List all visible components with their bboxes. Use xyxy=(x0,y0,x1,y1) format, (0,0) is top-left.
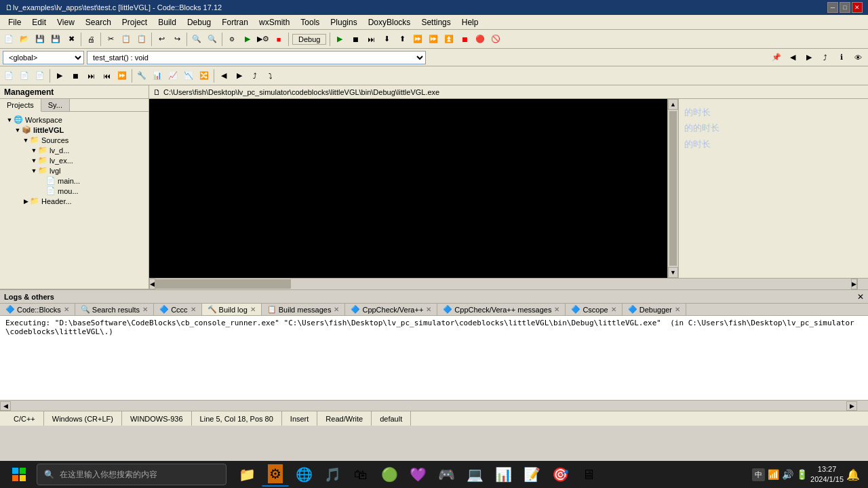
right-scroll[interactable]: ▲ ▼ xyxy=(667,99,678,278)
log-scroll-left[interactable]: ◀ xyxy=(0,401,11,411)
tb2-btn17[interactable]: ⤵ xyxy=(263,68,278,83)
h-scroll-thumb[interactable] xyxy=(155,279,291,289)
log-scroll-right[interactable]: ▶ xyxy=(846,401,857,411)
build-btn[interactable]: ⚙ xyxy=(224,32,239,47)
taskbar-app-explorer[interactable]: 📁 xyxy=(233,462,260,487)
tree-folder-sources[interactable]: ▼ 📁 Sources xyxy=(0,135,149,145)
tb2-btn10[interactable]: 📊 xyxy=(150,68,165,83)
scroll-right-arrow[interactable]: ▶ xyxy=(851,279,857,289)
lvgl-expander[interactable]: ▼ xyxy=(30,167,38,175)
menu-tools[interactable]: Tools xyxy=(295,16,325,28)
undo-btn[interactable]: ↩ xyxy=(154,32,169,47)
minimize-button[interactable]: ─ xyxy=(827,2,838,13)
menu-view[interactable]: View xyxy=(52,16,80,28)
tab-build-messages[interactable]: 📋 Build messages ✕ xyxy=(262,304,346,315)
tab-cppcheck-msgs[interactable]: 🔷 CppCheck/Vera++ messages ✕ xyxy=(437,304,566,315)
build-log-tab-close[interactable]: ✕ xyxy=(250,306,256,313)
tab-cscope[interactable]: 🔷 Cscope ✕ xyxy=(566,304,622,315)
taskbar-app-extra1[interactable]: 🎯 xyxy=(547,462,574,487)
cppcheck-tab-close[interactable]: ✕ xyxy=(426,306,431,313)
taskbar-search[interactable]: 🔍 在这里输入你想搜索的内容 xyxy=(37,464,226,485)
tb2-btn14[interactable]: ◀ xyxy=(216,68,231,83)
taskbar-app-terminal[interactable]: 💻 xyxy=(461,462,488,487)
menu-settings[interactable]: Settings xyxy=(416,16,456,28)
toggle-bp-btn[interactable]: 🔴 xyxy=(473,32,488,47)
taskbar-app-word[interactable]: 📝 xyxy=(518,462,545,487)
menu-plugins[interactable]: Plugins xyxy=(325,16,362,28)
step-ins-btn[interactable]: ⏫ xyxy=(441,32,456,47)
tb2-btn12[interactable]: 📉 xyxy=(181,68,196,83)
scroll-down-arrow[interactable]: ▼ xyxy=(668,267,678,278)
function-dropdown[interactable]: test_start() : void xyxy=(87,51,426,64)
tree-folder-headers[interactable]: ▶ 📁 Header... xyxy=(0,196,149,206)
next-line-btn[interactable]: ⏭ xyxy=(363,32,378,47)
tb2-btn5[interactable]: ⏹ xyxy=(68,68,83,83)
taskbar-app-store[interactable]: 🛍 xyxy=(347,462,374,487)
taskbar-app-vs[interactable]: 💜 xyxy=(404,462,431,487)
find-btn[interactable]: 🔍 xyxy=(189,32,204,47)
menu-wxsmith[interactable]: wxSmith xyxy=(254,16,295,28)
taskbar-app-game[interactable]: 🎮 xyxy=(433,462,460,487)
copy-btn[interactable]: 📋 xyxy=(119,32,134,47)
littlevgl-expander[interactable]: ▼ xyxy=(14,126,22,134)
save-all-btn[interactable]: 💾 xyxy=(48,32,63,47)
paste-btn[interactable]: 📋 xyxy=(134,32,149,47)
redo-btn[interactable]: ↪ xyxy=(170,32,184,47)
tab-codeblocks[interactable]: 🔷 Code::Blocks ✕ xyxy=(0,304,75,315)
scope-dropdown[interactable]: <global> xyxy=(3,51,84,64)
close-btn[interactable]: ✖ xyxy=(64,32,79,47)
next-ins-btn[interactable]: ⏩ xyxy=(426,32,441,47)
tb2-btn13[interactable]: 🔀 xyxy=(197,68,212,83)
print-btn[interactable]: 🖨 xyxy=(83,32,98,47)
headers-expander[interactable]: ▶ xyxy=(22,197,30,205)
cut-btn[interactable]: ✂ xyxy=(103,32,118,47)
workspace-expander[interactable]: ▼ xyxy=(5,116,14,124)
scroll-up-arrow[interactable]: ▲ xyxy=(668,99,678,110)
tb2-btn3[interactable]: 📄 xyxy=(33,68,47,83)
tree-folder-lvd[interactable]: ▼ 📁 lv_d... xyxy=(0,145,149,155)
menu-search[interactable]: Search xyxy=(80,16,117,28)
tb2-btn4[interactable]: ▶ xyxy=(52,68,67,83)
clock[interactable]: 13:27 2024/1/15 xyxy=(810,464,844,485)
search-tab-close[interactable]: ✕ xyxy=(142,306,148,313)
bookmark-btn[interactable]: 📌 xyxy=(769,50,784,65)
start-button[interactable] xyxy=(3,462,35,487)
taskbar-app-browser[interactable]: 🌐 xyxy=(290,462,317,487)
scroll-left-arrow[interactable]: ◀ xyxy=(149,279,155,289)
taskbar-app-greenapp[interactable]: 🟢 xyxy=(376,462,403,487)
tab-cppcheck[interactable]: 🔷 CppCheck/Vera++ ✕ xyxy=(345,304,437,315)
scroll-thumb[interactable] xyxy=(669,111,677,266)
cccc-tab-close[interactable]: ✕ xyxy=(191,306,196,313)
stop2-btn[interactable]: ⏹ xyxy=(457,32,472,47)
lvex-expander[interactable]: ▼ xyxy=(30,157,38,165)
jump-btn[interactable]: ⤴ xyxy=(818,50,833,65)
menu-file[interactable]: File xyxy=(3,16,26,28)
build-run-btn[interactable]: ▶⚙ xyxy=(256,32,271,47)
remove-bp-btn[interactable]: 🚫 xyxy=(488,32,503,47)
step-out-btn[interactable]: ⬆ xyxy=(395,32,410,47)
replace-btn[interactable]: 🔍 xyxy=(205,32,220,47)
tb2-btn11[interactable]: 📈 xyxy=(165,68,180,83)
debugger-tab-close[interactable]: ✕ xyxy=(675,306,680,313)
tree-folder-lvgl[interactable]: ▼ 📁 lvgl xyxy=(0,165,149,176)
run-btn[interactable]: ▶ xyxy=(240,32,255,47)
save-btn[interactable]: 💾 xyxy=(33,32,47,47)
open-btn[interactable]: 📂 xyxy=(17,32,32,47)
menu-project[interactable]: Project xyxy=(117,16,153,28)
tab-search-results[interactable]: 🔍 Search results ✕ xyxy=(75,304,154,315)
tb2-btn1[interactable]: 📄 xyxy=(1,68,16,83)
debug-stop-btn[interactable]: ⏹ xyxy=(348,32,363,47)
step-in-btn[interactable]: ⬇ xyxy=(379,32,394,47)
menu-help[interactable]: Help xyxy=(456,16,484,28)
taskbar-app-excel[interactable]: 📊 xyxy=(490,462,517,487)
horizontal-scroll[interactable]: ◀ ▶ xyxy=(149,278,868,289)
tree-folder-lvex[interactable]: ▼ 📁 lv_ex... xyxy=(0,155,149,165)
codeblocks-tab-close[interactable]: ✕ xyxy=(64,306,69,313)
tree-file-main[interactable]: 📄 main... xyxy=(0,176,149,186)
language-indicator[interactable]: 中 xyxy=(752,468,765,481)
tb2-btn16[interactable]: ⤴ xyxy=(248,68,262,83)
tab-projects[interactable]: Projects xyxy=(0,99,41,112)
tree-project-littlevgl[interactable]: ▼ 📦 littleVGL xyxy=(0,125,149,135)
continue-btn[interactable]: ⏩ xyxy=(410,32,425,47)
tree-workspace[interactable]: ▼ 🌐 Workspace xyxy=(0,115,149,125)
